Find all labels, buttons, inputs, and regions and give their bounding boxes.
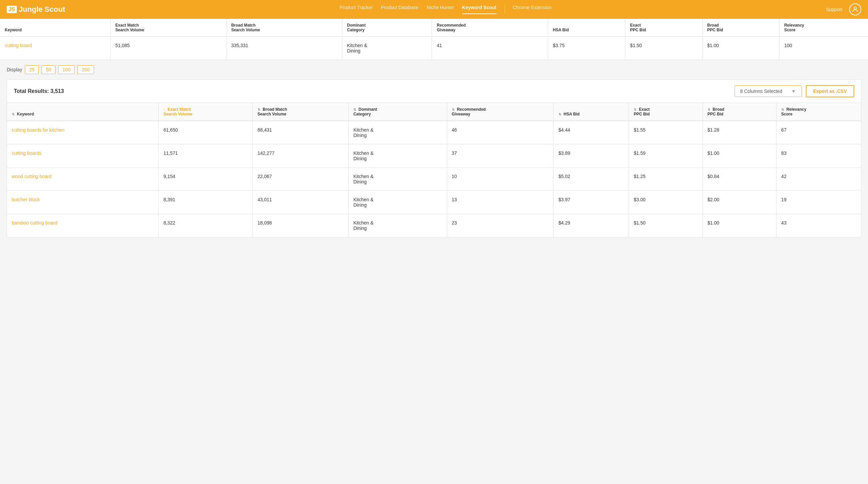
navbar: JS Jungle Scout Product Tracker Product … (0, 0, 868, 19)
td-relevancy: 19 (776, 191, 861, 214)
pinned-exact-ppc: $1.50 (625, 37, 702, 60)
total-results: Total Results: 3,513 (14, 88, 64, 94)
table-header-row: ⇅ Keyword ↓ Exact MatchSearch Volume ⇅ B… (7, 103, 861, 121)
td-recommended-giveaway: 23 (447, 214, 554, 237)
sort-icon-broad-ppc: ⇅ (708, 108, 710, 111)
sort-icon-dominant-category: ⇅ (353, 108, 356, 111)
table-row: butcher block8,39143,011Kitchen &Dining1… (7, 191, 861, 214)
td-exact-ppc: $1.50 (629, 214, 703, 237)
main-section: Total Results: 3,513 8 Columns Selected … (7, 80, 861, 237)
keyword-link[interactable]: cutting boards (12, 150, 41, 156)
td-relevancy: 42 (776, 168, 861, 191)
keyword-link[interactable]: bamboo cutting board (12, 220, 57, 226)
td-keyword: cutting boards (7, 144, 159, 168)
keyword-link[interactable]: wood cutting board (12, 174, 52, 179)
pinned-header-exact-match: Exact MatchSearch Volume (111, 19, 226, 37)
export-csv-button[interactable]: Export as .CSV (806, 85, 854, 97)
td-relevancy: 67 (776, 121, 861, 144)
support-link[interactable]: Support (826, 7, 842, 12)
td-dominant-category: Kitchen &Dining (349, 168, 447, 191)
td-broad-match: 18,098 (252, 214, 348, 237)
td-broad-match: 22,067 (252, 168, 348, 191)
th-exact-ppc[interactable]: ⇅ ExactPPC Bid (629, 103, 703, 121)
table-row: cutting boards for kitchen61,65088,431Ki… (7, 121, 861, 144)
pinned-header-exact-ppc: ExactPPC Bid (625, 19, 702, 37)
toolbar-right: 8 Columns Selected ▼ Export as .CSV (735, 85, 854, 97)
td-recommended-giveaway: 37 (447, 144, 554, 168)
keyword-link[interactable]: cutting boards for kitchen (12, 127, 64, 133)
nav-niche-hunter[interactable]: Niche Hunter (427, 5, 454, 14)
display-bar: Display 25 50 100 200 (0, 60, 868, 80)
td-dominant-category: Kitchen &Dining (349, 191, 447, 214)
sort-icon-recommended-giveaway: ⇅ (452, 108, 455, 111)
td-keyword: bamboo cutting board (7, 214, 159, 237)
nav-right: Support (826, 3, 861, 16)
td-hsa-bid: $4.29 (554, 214, 629, 237)
table-row: wood cutting board9,15422,067Kitchen &Di… (7, 168, 861, 191)
th-broad-match[interactable]: ⇅ Broad MatchSearch Volume (252, 103, 348, 121)
td-exact-ppc: $1.59 (629, 144, 703, 168)
pinned-header-relevancy: RelevancyScore (779, 19, 868, 37)
td-broad-match: 142,277 (252, 144, 348, 168)
th-broad-ppc[interactable]: ⇅ BroadPPC Bid (703, 103, 776, 121)
pinned-broad-ppc: $1.00 (702, 37, 779, 60)
sort-icon-exact-ppc: ⇅ (634, 108, 637, 111)
td-dominant-category: Kitchen &Dining (349, 144, 447, 168)
nav-keyword-scout[interactable]: Keyword Scout (462, 5, 497, 14)
td-hsa-bid: $5.02 (554, 168, 629, 191)
brand-name: Jungle Scout (19, 5, 65, 14)
keyword-link[interactable]: butcher block (12, 197, 40, 202)
pinned-header-dominant-category: DominantCategory (342, 19, 432, 37)
pinned-keyword: cutting board (0, 37, 111, 60)
data-table: ⇅ Keyword ↓ Exact MatchSearch Volume ⇅ B… (7, 103, 861, 237)
user-avatar[interactable] (849, 3, 861, 16)
td-keyword: butcher block (7, 191, 159, 214)
pinned-section: Keyword Exact MatchSearch Volume Broad M… (0, 19, 868, 60)
nav-product-database[interactable]: Product Database (381, 5, 418, 14)
td-exact-ppc: $1.25 (629, 168, 703, 191)
nav-divider (505, 5, 505, 14)
display-btn-100[interactable]: 100 (58, 65, 74, 74)
columns-selected-label: 8 Columns Selected (740, 88, 782, 94)
th-exact-match[interactable]: ↓ Exact MatchSearch Volume (159, 103, 253, 121)
td-exact-match: 8,391 (159, 191, 253, 214)
th-hsa-bid[interactable]: ⇅ HSA Bid (554, 103, 629, 121)
sort-icon-relevancy: ⇅ (781, 108, 784, 111)
td-exact-match: 61,650 (159, 121, 253, 144)
th-dominant-category[interactable]: ⇅ DominantCategory (349, 103, 447, 121)
brand-logo[interactable]: JS Jungle Scout (7, 5, 65, 14)
sort-icon-hsa-bid: ⇅ (558, 112, 561, 116)
td-hsa-bid: $4.44 (554, 121, 629, 144)
display-btn-200[interactable]: 200 (77, 65, 94, 74)
nav-chrome-extension[interactable]: Chrome Extension (513, 5, 552, 14)
td-broad-ppc: $1.28 (703, 121, 776, 144)
svg-point-0 (854, 7, 856, 9)
pinned-header-broad-ppc: BroadPPC Bid (702, 19, 779, 37)
columns-select[interactable]: 8 Columns Selected ▼ (735, 85, 802, 97)
display-btn-50[interactable]: 50 (41, 65, 56, 74)
sort-icon-exact-match: ↓ (163, 108, 165, 111)
td-recommended-giveaway: 13 (447, 191, 554, 214)
table-body: cutting boards for kitchen61,65088,431Ki… (7, 121, 861, 237)
table-toolbar: Total Results: 3,513 8 Columns Selected … (7, 80, 861, 103)
pinned-row: cutting board 51,085 335,331 Kitchen &Di… (0, 37, 868, 60)
th-relevancy[interactable]: ⇅ RelevancyScore (776, 103, 861, 121)
th-recommended-giveaway[interactable]: ⇅ RecommendedGiveaway (447, 103, 554, 121)
nav-product-tracker[interactable]: Product Tracker (340, 5, 373, 14)
td-keyword: cutting boards for kitchen (7, 121, 159, 144)
th-keyword[interactable]: ⇅ Keyword (7, 103, 159, 121)
display-btn-25[interactable]: 25 (25, 65, 39, 74)
td-hsa-bid: $3.97 (554, 191, 629, 214)
pinned-header-keyword: Keyword (0, 19, 111, 37)
td-exact-match: 8,322 (159, 214, 253, 237)
nav-links: Product Tracker Product Database Niche H… (73, 5, 818, 14)
pinned-header-recommended-giveaway: RecommendedGiveaway (432, 19, 548, 37)
table-row: bamboo cutting board8,32218,098Kitchen &… (7, 214, 861, 237)
sort-icon-broad-match: ⇅ (257, 108, 260, 111)
td-broad-ppc: $1.00 (703, 214, 776, 237)
pinned-keyword-link[interactable]: cutting board (5, 43, 32, 48)
td-broad-match: 43,011 (252, 191, 348, 214)
td-relevancy: 83 (776, 144, 861, 168)
td-exact-match: 11,571 (159, 144, 253, 168)
pinned-exact-match: 51,085 (111, 37, 226, 60)
